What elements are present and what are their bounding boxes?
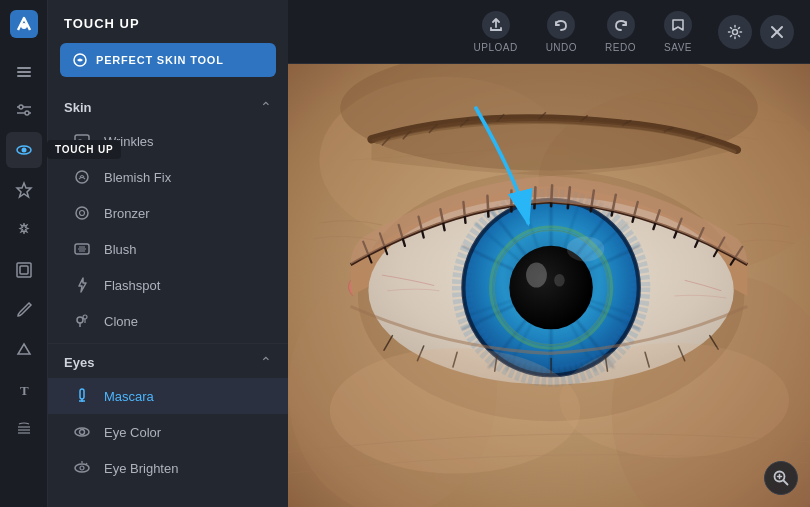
sidebar-item-frame[interactable]	[6, 252, 42, 288]
sidebar-item-effects[interactable]	[6, 212, 42, 248]
blemish-icon	[72, 167, 92, 187]
redo-label: REDO	[605, 42, 636, 53]
sidebar-item-touch-up[interactable]	[6, 132, 42, 168]
undo-button[interactable]: UNDO	[532, 5, 591, 59]
image-area	[288, 64, 810, 507]
save-button[interactable]: SAVE	[650, 5, 706, 59]
sidebar-item-shape[interactable]	[6, 332, 42, 368]
svg-point-12	[21, 148, 26, 153]
section-eyes[interactable]: Eyes ⌃	[48, 343, 288, 378]
svg-point-113	[330, 348, 581, 473]
svg-point-30	[77, 317, 83, 323]
menu-item-eye-brighten[interactable]: Eye Brighten	[48, 450, 288, 486]
menu-list: Skin ⌃ Wrinkles Blemish Fix	[48, 89, 288, 507]
panel-title: TOUCH UP	[64, 16, 140, 31]
svg-point-41	[733, 29, 738, 34]
flashspot-icon	[72, 275, 92, 295]
save-icon	[664, 11, 692, 39]
toolbar: UPLOAD UNDO REDO	[288, 0, 810, 64]
sidebar-item-texture[interactable]	[6, 412, 42, 448]
sidebar-item-layers[interactable]	[6, 52, 42, 88]
svg-marker-16	[18, 344, 30, 354]
svg-point-36	[80, 430, 85, 435]
perfect-skin-button[interactable]: PERFECT SKIN TOOL	[60, 43, 276, 77]
undo-icon	[547, 11, 575, 39]
svg-rect-32	[80, 389, 84, 399]
svg-point-37	[75, 464, 89, 472]
menu-item-blemish-fix[interactable]: Blemish Fix	[48, 159, 288, 195]
menu-item-blush[interactable]: Blush	[48, 231, 288, 267]
eye-color-label: Eye Color	[104, 425, 161, 440]
sidebar-item-adjustments[interactable]	[6, 92, 42, 128]
blush-label: Blush	[104, 242, 137, 257]
upload-icon	[482, 11, 510, 39]
skin-chevron-icon: ⌃	[260, 99, 272, 115]
blush-icon	[72, 239, 92, 259]
eyes-chevron-icon: ⌃	[260, 354, 272, 370]
sidebar-item-brush[interactable]	[6, 292, 42, 328]
bronzer-icon	[72, 203, 92, 223]
svg-point-38	[80, 466, 84, 470]
clone-label: Clone	[104, 314, 138, 329]
svg-point-114	[559, 343, 789, 458]
svg-rect-15	[20, 266, 28, 274]
toolbar-actions: UPLOAD UNDO REDO	[460, 5, 706, 59]
menu-item-mascara[interactable]: Mascara	[48, 378, 288, 414]
eye-brighten-icon	[72, 458, 92, 478]
perfect-skin-label: PERFECT SKIN TOOL	[96, 54, 224, 66]
mascara-icon	[72, 386, 92, 406]
blemish-fix-label: Blemish Fix	[104, 170, 171, 185]
svg-rect-14	[17, 263, 31, 277]
side-panel: TOUCH UP PERFECT SKIN TOOL Skin ⌃ Wrinkl…	[48, 0, 288, 507]
eye-image	[288, 64, 810, 507]
wrinkles-icon	[72, 131, 92, 151]
svg-point-25	[80, 211, 85, 216]
eye-brighten-label: Eye Brighten	[104, 461, 178, 476]
upload-button[interactable]: UPLOAD	[460, 5, 532, 59]
close-button[interactable]	[760, 15, 794, 49]
app-logo	[8, 8, 40, 40]
svg-point-6	[25, 111, 29, 115]
svg-line-40	[86, 463, 87, 465]
svg-point-24	[76, 207, 88, 219]
svg-point-81	[526, 263, 547, 288]
svg-rect-2	[17, 71, 31, 73]
svg-point-31	[83, 315, 87, 319]
wrinkles-label: Wrinkles	[104, 134, 154, 149]
skin-section-title: Skin	[64, 100, 91, 115]
redo-icon	[607, 11, 635, 39]
menu-item-clone[interactable]: Clone	[48, 303, 288, 339]
menu-item-bronzer[interactable]: Bronzer	[48, 195, 288, 231]
menu-item-eye-color[interactable]: Eye Color	[48, 414, 288, 450]
settings-button[interactable]	[718, 15, 752, 49]
redo-button[interactable]: REDO	[591, 5, 650, 59]
svg-point-82	[554, 274, 564, 287]
svg-text:T: T	[20, 383, 29, 398]
flashspot-label: Flashspot	[104, 278, 160, 293]
svg-line-117	[784, 481, 788, 485]
svg-rect-4	[17, 75, 31, 77]
svg-point-1	[21, 23, 27, 29]
svg-rect-3	[17, 67, 31, 69]
save-label: SAVE	[664, 42, 692, 53]
panel-header: TOUCH UP	[48, 0, 288, 43]
zoom-button[interactable]	[764, 461, 798, 495]
svg-marker-13	[17, 183, 31, 197]
eyes-section-title: Eyes	[64, 355, 94, 370]
icon-bar: T	[0, 0, 48, 507]
svg-point-5	[19, 105, 23, 109]
upload-label: UPLOAD	[474, 42, 518, 53]
eye-color-icon	[72, 422, 92, 442]
bronzer-label: Bronzer	[104, 206, 150, 221]
sidebar-item-favorites[interactable]	[6, 172, 42, 208]
menu-item-wrinkles[interactable]: Wrinkles	[48, 123, 288, 159]
menu-item-flashspot[interactable]: Flashspot	[48, 267, 288, 303]
svg-point-83	[567, 236, 605, 261]
mascara-label: Mascara	[104, 389, 154, 404]
sidebar-item-text[interactable]: T	[6, 372, 42, 408]
clone-icon	[72, 311, 92, 331]
section-skin[interactable]: Skin ⌃	[48, 89, 288, 123]
undo-label: UNDO	[546, 42, 577, 53]
main-content: UPLOAD UNDO REDO	[288, 0, 810, 507]
